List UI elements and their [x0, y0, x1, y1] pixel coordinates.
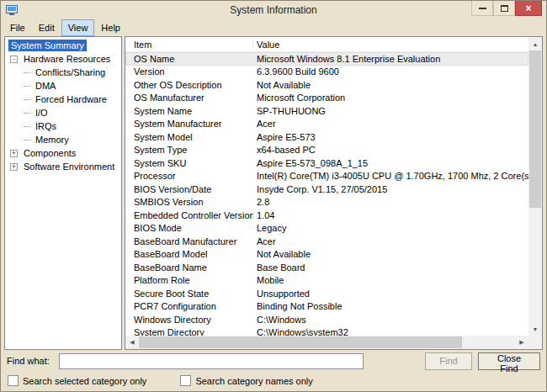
close-icon: ×: [525, 3, 531, 13]
tree-item-forced-hardware[interactable]: Forced Hardware: [5, 93, 121, 106]
table-row[interactable]: BIOS Version/Date Insyde Corp. V1.15, 27…: [125, 183, 528, 196]
table-row[interactable]: OS Manufacturer Microsoft Corporation: [125, 92, 528, 105]
table-row[interactable]: Other OS Description Not Available: [125, 78, 528, 92]
list-header: Item Value: [125, 37, 528, 52]
menu-view[interactable]: View: [61, 19, 95, 36]
table-row[interactable]: PCR7 Configuration Binding Not Possible: [125, 300, 528, 314]
checkbox-unchecked-icon[interactable]: [180, 375, 191, 386]
collapse-minus-icon[interactable]: -: [10, 56, 18, 63]
scroll-up-icon[interactable]: ▲: [528, 37, 542, 50]
table-row[interactable]: System Model Aspire E5-573: [125, 130, 528, 144]
table-row[interactable]: OS Name Microsoft Windows 8.1 Enterprise…: [125, 52, 528, 66]
search-selected-category-option[interactable]: Search selected category only: [8, 375, 146, 386]
tree-item-hardware-resources[interactable]: - Hardware Resources: [5, 52, 121, 66]
table-row[interactable]: System Name SP-THUHUONG: [125, 104, 528, 118]
tree-item-components[interactable]: + Components: [5, 146, 121, 160]
table-row[interactable]: BIOS Mode Legacy: [125, 222, 528, 236]
minimize-icon: [479, 7, 486, 9]
scroll-right-icon[interactable]: ▶: [515, 336, 528, 349]
table-row[interactable]: System Directory C:\Windows\system32: [125, 326, 528, 336]
tree-item-system-summary[interactable]: System Summary: [5, 39, 121, 52]
vertical-scrollbar[interactable]: ▲ ▼: [528, 37, 542, 336]
find-button[interactable]: Find: [425, 352, 472, 370]
detail-list: Item Value OS Name Microsoft Windows 8.1…: [125, 37, 528, 336]
table-row[interactable]: Secure Boot State Unsupported: [125, 287, 528, 300]
menu-help[interactable]: Help: [94, 19, 127, 36]
tree-item-irqs[interactable]: IRQs: [5, 119, 121, 133]
scroll-down-icon[interactable]: ▼: [528, 322, 542, 336]
horizontal-scrollbar[interactable]: ◀ ▶: [125, 336, 528, 349]
menu-edit[interactable]: Edit: [32, 19, 61, 36]
column-header-item[interactable]: Item: [125, 40, 253, 50]
find-bar: Find what: Find Close Find: [1, 350, 546, 372]
tree-item-software-environment[interactable]: + Software Environment: [5, 160, 121, 173]
tree-item-memory[interactable]: Memory: [5, 133, 121, 146]
table-row[interactable]: System SKU Aspire E5-573_098A_1_15: [125, 156, 528, 170]
expand-plus-icon[interactable]: +: [10, 163, 18, 171]
table-row[interactable]: BaseBoard Model Not Available: [125, 248, 528, 262]
bottom-scroll-area: ◀ ▶: [125, 336, 542, 349]
close-find-button[interactable]: Close Find: [478, 352, 540, 370]
table-row[interactable]: SMBIOS Version 2.8: [125, 196, 528, 209]
table-row[interactable]: Processor Intel(R) Core(TM) i3-4005U CPU…: [125, 170, 528, 183]
vertical-scroll-track[interactable]: [528, 50, 542, 322]
column-header-value[interactable]: Value: [253, 40, 528, 50]
tree-item-conflicts-sharing[interactable]: Conflicts/Sharing: [5, 66, 121, 79]
scrollbar-corner: [528, 336, 542, 349]
title-bar[interactable]: System Information ×: [1, 1, 546, 19]
detail-pane: Item Value OS Name Microsoft Windows 8.1…: [125, 36, 543, 350]
table-row[interactable]: Embedded Controller Version 1.04: [125, 209, 528, 222]
table-row[interactable]: Platform Role Mobile: [125, 274, 528, 288]
table-row[interactable]: BaseBoard Manufacturer Acer: [125, 235, 528, 248]
menu-file[interactable]: File: [3, 19, 32, 36]
horizontal-scroll-track[interactable]: [139, 336, 515, 349]
maximize-button[interactable]: [493, 1, 515, 16]
expand-plus-icon[interactable]: +: [10, 150, 18, 157]
category-tree: System Summary - Hardware Resources Conf…: [4, 36, 122, 350]
horizontal-scroll-thumb[interactable]: [139, 336, 462, 348]
tree-item-io[interactable]: I/O: [5, 106, 121, 119]
maximize-icon: [501, 5, 508, 12]
tree-item-dma[interactable]: DMA: [5, 79, 121, 93]
table-row[interactable]: System Type x64-based PC: [125, 144, 528, 157]
vertical-scroll-thumb[interactable]: [529, 50, 541, 208]
search-category-names-option[interactable]: Search category names only: [180, 375, 312, 386]
table-row[interactable]: Version 6.3.9600 Build 9600: [125, 66, 528, 79]
checkbox-label: Search category names only: [195, 376, 312, 386]
find-what-label: Find what:: [7, 356, 59, 366]
search-options: Search selected category only Search cat…: [1, 372, 546, 389]
system-information-icon: [6, 5, 18, 15]
main-area: System Summary - Hardware Resources Conf…: [4, 36, 543, 350]
table-row[interactable]: Windows Directory C:\Windows: [125, 313, 528, 326]
table-row[interactable]: System Manufacturer Acer: [125, 118, 528, 131]
checkbox-label: Search selected category only: [23, 376, 146, 386]
find-input[interactable]: [59, 353, 364, 369]
checkbox-unchecked-icon[interactable]: [8, 375, 19, 386]
table-row[interactable]: BaseBoard Name Base Board: [125, 261, 528, 274]
minimize-button[interactable]: [471, 1, 493, 16]
menu-bar: File Edit View Help: [1, 19, 546, 36]
scroll-left-icon[interactable]: ◀: [125, 336, 139, 349]
system-information-window: System Information × File Edit View Help…: [0, 0, 547, 392]
close-button[interactable]: ×: [515, 1, 542, 16]
window-title: System Information: [230, 4, 316, 16]
window-controls: ×: [471, 1, 542, 16]
